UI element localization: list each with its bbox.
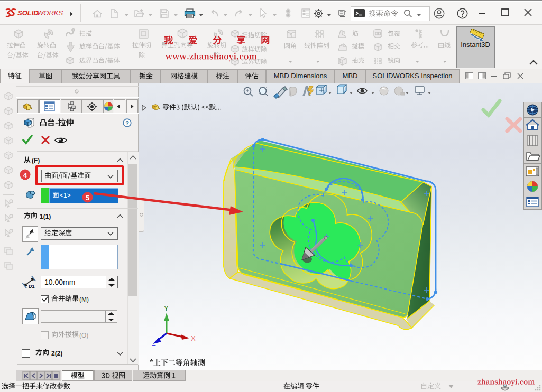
svg-text:Z: Z	[152, 343, 156, 346]
svg-text:SOLID: SOLID	[17, 9, 39, 17]
svg-text:D1: D1	[29, 284, 35, 289]
svg-text:WORKS: WORKS	[37, 9, 63, 17]
svg-text:?: ?	[125, 120, 129, 126]
svg-text:X: X	[191, 334, 196, 342]
svg-text:4: 4	[23, 171, 27, 179]
svg-text:5: 5	[86, 194, 90, 202]
svg-text:Y: Y	[164, 304, 169, 312]
